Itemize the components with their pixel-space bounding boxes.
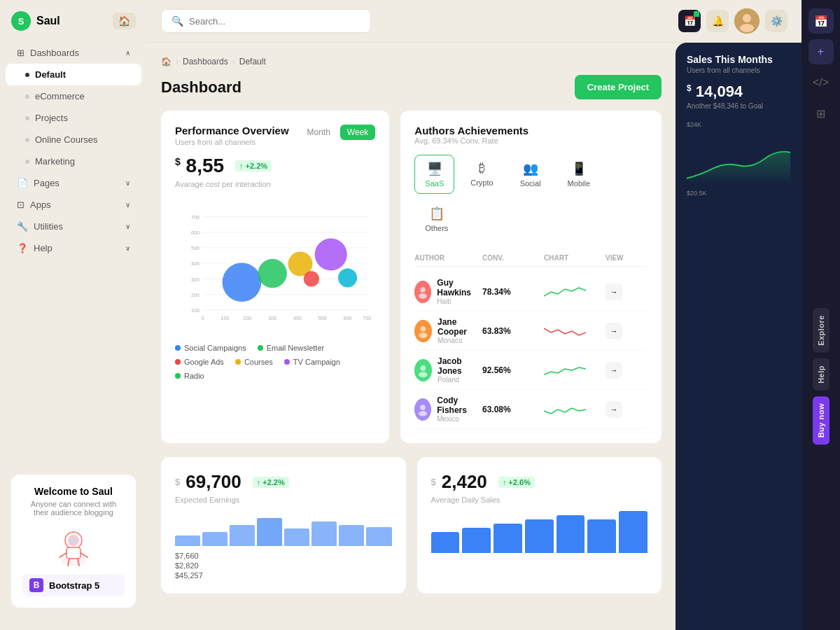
y-label-205k: $20.5K bbox=[687, 190, 790, 197]
topbar-icons: 📅 🔔 ⚙️ bbox=[678, 8, 788, 34]
author-info-4: Cody Fishers Mexico bbox=[414, 396, 477, 423]
svg-rect-3 bbox=[66, 547, 80, 559]
sales-month-title: Sales This Months bbox=[687, 54, 790, 65]
svg-text:300: 300 bbox=[268, 316, 276, 321]
sidebar-item-projects[interactable]: Projects bbox=[6, 107, 141, 129]
legend-courses: Courses bbox=[235, 358, 273, 366]
author-row-2: Jane Cooper Monaco 63.83% → bbox=[414, 312, 648, 351]
chevron-icon: ∨ bbox=[125, 179, 130, 187]
tab-social[interactable]: 👥 Social bbox=[510, 155, 552, 194]
back-button[interactable]: 🏠 bbox=[113, 13, 136, 29]
mobile-icon: 📱 bbox=[571, 161, 587, 176]
tab-crypto[interactable]: ₿ Crypto bbox=[460, 155, 503, 194]
svg-point-42 bbox=[419, 372, 427, 377]
conv-rate: Avg. 69.34% Conv. Rate bbox=[414, 136, 648, 145]
breadcrumb-dashboards[interactable]: Dashboards bbox=[183, 57, 228, 66]
month-toggle-btn[interactable]: Month bbox=[300, 125, 337, 140]
sidebar-label-pages: Pages bbox=[34, 178, 59, 188]
author-name-2: Jane Cooper bbox=[438, 317, 477, 337]
legend-label-tv: TV Campaign bbox=[293, 358, 340, 366]
svg-text:0: 0 bbox=[202, 316, 204, 321]
app-name: Saul bbox=[36, 15, 60, 27]
author-info-1: Guy Hawkins Haiti bbox=[414, 278, 477, 305]
earnings-badge: ↑+2.2% bbox=[253, 477, 289, 488]
cards-grid: Performance Overview Users from all chan… bbox=[161, 111, 662, 443]
author-row-4: Cody Fishers Mexico 63.08% → bbox=[414, 390, 648, 429]
explore-btn[interactable]: Explore bbox=[813, 308, 830, 353]
view-btn-4[interactable]: → bbox=[606, 401, 622, 418]
metric-label: Avarage cost per interaction bbox=[175, 180, 375, 188]
legend-dot-social bbox=[175, 345, 181, 351]
dot-icon bbox=[25, 116, 29, 120]
bubble-email bbox=[258, 259, 287, 288]
breadcrumb: 🏠 › Dashboards › Default bbox=[161, 57, 662, 66]
legend-label-radio: Radio bbox=[184, 372, 204, 380]
create-project-button[interactable]: Create Project bbox=[575, 75, 662, 99]
category-tabs: 🖥️ SaaS ₿ Crypto 👥 Social 📱 bbox=[414, 155, 648, 239]
search-input[interactable] bbox=[189, 16, 360, 27]
home-icon[interactable]: 🏠 bbox=[161, 57, 172, 66]
view-btn-2[interactable]: → bbox=[606, 323, 622, 340]
bootstrap-label: Bootstrap 5 bbox=[49, 580, 99, 591]
metric-badge: ↑ +2.2% bbox=[235, 160, 272, 172]
crypto-icon: ₿ bbox=[479, 161, 485, 176]
legend-label-google: Google Ads bbox=[184, 358, 224, 366]
sales-month-subtitle: Users from all channels bbox=[687, 66, 790, 74]
tab-saas[interactable]: 🖥️ SaaS bbox=[414, 155, 454, 194]
legend-dot-email bbox=[258, 345, 263, 351]
tab-saas-label: SaaS bbox=[425, 179, 444, 188]
sidebar-item-marketing[interactable]: Marketing bbox=[6, 150, 141, 172]
tab-social-label: Social bbox=[520, 179, 541, 188]
earnings-card: $ 69,700 ↑+2.2% Expected Earnings bbox=[161, 457, 406, 594]
chart-cell-3 bbox=[544, 362, 600, 379]
stats-row: $ 69,700 ↑+2.2% Expected Earnings bbox=[161, 457, 662, 594]
bubble-ads bbox=[304, 271, 319, 286]
sidebar-item-online-courses[interactable]: Online Courses bbox=[6, 129, 141, 150]
notification-btn[interactable]: 🔔 bbox=[706, 10, 729, 32]
view-btn-3[interactable]: → bbox=[606, 362, 622, 379]
sidebar-item-default[interactable]: Default bbox=[6, 64, 141, 85]
legend-label-social: Social Campaigns bbox=[184, 344, 246, 352]
apps-icon: ⊡ bbox=[17, 200, 24, 210]
sidebar-item-dashboards[interactable]: ⊞ Dashboards ∧ bbox=[6, 42, 141, 64]
page-title: Dashboard bbox=[161, 78, 241, 97]
mini-chart-3 bbox=[544, 362, 586, 379]
tab-mobile[interactable]: 📱 Mobile bbox=[557, 155, 601, 194]
week-toggle-btn[interactable]: Week bbox=[340, 125, 375, 140]
sidebar-item-apps[interactable]: ⊡ Apps ∨ bbox=[6, 194, 141, 216]
dot-icon bbox=[25, 94, 29, 99]
author-info-2: Jane Cooper Monaco bbox=[414, 317, 477, 344]
buy-now-btn[interactable]: Buy now bbox=[813, 396, 830, 444]
sidebar-item-ecommerce[interactable]: eCommerce bbox=[6, 85, 141, 107]
svg-text:100: 100 bbox=[191, 308, 200, 314]
grid-rp-icon[interactable]: ⊞ bbox=[808, 101, 834, 126]
legend-social: Social Campaigns bbox=[175, 344, 246, 352]
earnings-value: 69,700 bbox=[186, 471, 241, 493]
code-rp-icon[interactable]: </> bbox=[808, 70, 834, 95]
user-avatar[interactable] bbox=[734, 8, 760, 34]
calendar-icon-btn[interactable]: 📅 bbox=[678, 10, 701, 32]
welcome-subtitle: Anyone can connect with their audience b… bbox=[22, 500, 125, 517]
bubble-chart: 700 600 500 400 300 200 100 0 100 200 30… bbox=[175, 197, 375, 337]
performance-header: Performance Overview Users from all chan… bbox=[175, 125, 375, 146]
sidebar-footer: Welcome to Saul Anyone can connect with … bbox=[0, 463, 147, 619]
sales-bar-chart bbox=[431, 511, 648, 553]
add-rp-icon[interactable]: + bbox=[808, 39, 834, 64]
calendar-rp-icon[interactable]: 📅 bbox=[808, 8, 834, 34]
performance-title: Performance Overview bbox=[175, 125, 289, 136]
sidebar-item-utilities[interactable]: 🔧 Utilities ∨ bbox=[6, 216, 141, 237]
bubble-radio bbox=[338, 268, 357, 287]
svg-text:500: 500 bbox=[191, 246, 200, 251]
sidebar-item-help[interactable]: ❓ Help ∨ bbox=[6, 237, 141, 259]
breadcrumb-page: Default bbox=[239, 57, 266, 66]
svg-point-44 bbox=[421, 405, 426, 410]
settings-btn[interactable]: ⚙️ bbox=[765, 10, 788, 32]
sidebar-label-online-courses: Online Courses bbox=[35, 134, 98, 145]
tab-others[interactable]: 📋 Others bbox=[414, 200, 458, 239]
sidebar-item-pages[interactable]: 📄 Pages ∨ bbox=[6, 172, 141, 194]
svg-point-38 bbox=[421, 326, 426, 332]
view-btn-1[interactable]: → bbox=[606, 284, 622, 300]
search-box[interactable]: 🔍 bbox=[161, 9, 371, 33]
currency-earnings: $ bbox=[175, 477, 180, 487]
help-btn[interactable]: Help bbox=[813, 358, 830, 391]
